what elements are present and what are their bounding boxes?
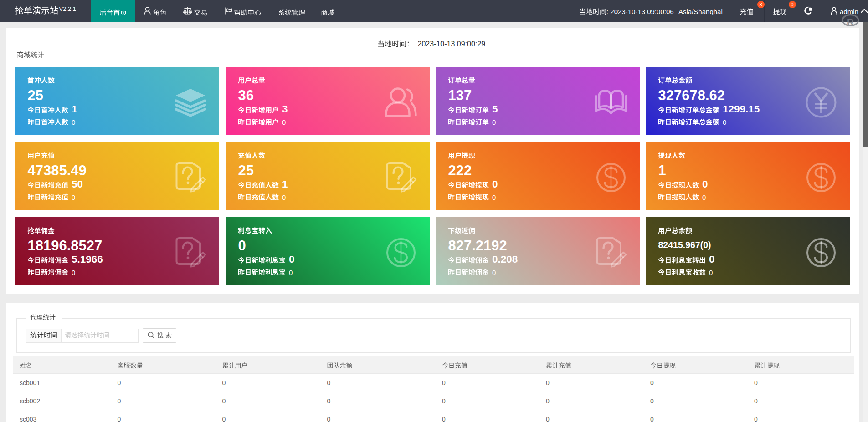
svg-text:18196.8527: 18196.8527	[28, 238, 103, 254]
svg-text:0: 0	[238, 238, 246, 254]
svg-text:0: 0	[754, 379, 758, 386]
svg-text:0: 0	[723, 118, 726, 126]
svg-text:5.1966: 5.1966	[72, 254, 103, 265]
svg-text:50: 50	[72, 178, 83, 190]
svg-text:0: 0	[222, 379, 226, 386]
svg-text:0: 0	[282, 118, 286, 126]
svg-text:0: 0	[650, 397, 654, 405]
svg-text:0: 0	[72, 193, 75, 201]
svg-text:1: 1	[282, 178, 288, 190]
svg-text:0: 0	[546, 379, 550, 386]
svg-text:1: 1	[658, 163, 666, 178]
svg-text:0: 0	[289, 254, 295, 265]
svg-text:0: 0	[222, 416, 226, 422]
svg-text:3: 3	[282, 103, 288, 115]
svg-text:0: 0	[327, 397, 331, 405]
svg-text:0: 0	[289, 269, 293, 276]
svg-text:36: 36	[238, 87, 254, 103]
svg-text:0: 0	[327, 416, 331, 422]
svg-text:0: 0	[442, 397, 446, 405]
svg-text:V2.2.1: V2.2.1	[59, 5, 77, 12]
svg-text:0: 0	[442, 416, 446, 422]
svg-text:0: 0	[702, 178, 708, 190]
svg-text:827.2192: 827.2192	[448, 238, 507, 254]
svg-text:3: 3	[759, 2, 762, 7]
svg-text:0: 0	[650, 416, 654, 422]
svg-text:sc003: sc003	[20, 416, 37, 422]
svg-text:Asia/Shanghai: Asia/Shanghai	[678, 8, 723, 15]
svg-text:0: 0	[118, 397, 121, 405]
svg-text:admin: admin	[840, 8, 858, 15]
svg-text:: 2023-10-13 09:00:06: : 2023-10-13 09:00:06	[606, 8, 674, 15]
svg-text:82415.967(0): 82415.967(0)	[658, 240, 711, 250]
svg-text:1299.15: 1299.15	[723, 103, 760, 115]
svg-text:0.208: 0.208	[492, 254, 518, 265]
svg-text:2023-10-13 09:00:29: 2023-10-13 09:00:29	[418, 40, 486, 48]
svg-text:0: 0	[327, 379, 331, 386]
svg-text:0: 0	[709, 254, 715, 265]
svg-text:0: 0	[546, 416, 550, 422]
svg-text:25: 25	[28, 87, 43, 103]
svg-text:25: 25	[238, 163, 254, 178]
svg-text:47385.49: 47385.49	[28, 163, 87, 178]
svg-text:0: 0	[709, 269, 713, 276]
svg-text:0: 0	[791, 2, 793, 7]
svg-text:0: 0	[546, 397, 550, 405]
svg-text:222: 222	[448, 163, 472, 178]
svg-text:1: 1	[72, 103, 77, 115]
svg-text:0: 0	[754, 397, 758, 405]
svg-text:0: 0	[72, 118, 75, 126]
svg-text:0: 0	[492, 178, 498, 190]
svg-text:0: 0	[118, 416, 121, 422]
svg-text:0: 0	[222, 397, 226, 405]
svg-text:0: 0	[282, 193, 286, 201]
svg-text:137: 137	[448, 87, 472, 103]
svg-text:0: 0	[118, 379, 121, 386]
svg-text:scb002: scb002	[20, 397, 40, 405]
svg-text:0: 0	[442, 379, 446, 386]
svg-text:327678.62: 327678.62	[658, 87, 725, 103]
svg-text:0: 0	[492, 118, 496, 126]
svg-text:0: 0	[492, 193, 496, 201]
svg-text:0: 0	[72, 269, 75, 276]
svg-text:0: 0	[650, 379, 654, 386]
svg-text:0: 0	[754, 416, 758, 422]
svg-text:0: 0	[492, 269, 496, 276]
svg-text:5: 5	[492, 103, 498, 115]
svg-text:scb001: scb001	[20, 379, 40, 386]
svg-text:0: 0	[702, 193, 706, 201]
